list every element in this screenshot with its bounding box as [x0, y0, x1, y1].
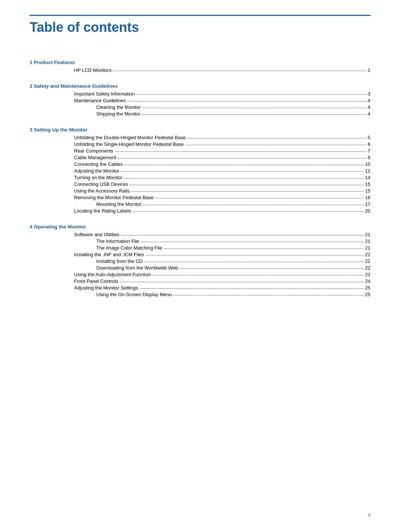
toc-entry: The Image Color Matching File21: [30, 245, 370, 251]
toc-entry: Unfolding the Single-Hinged Monitor Pede…: [30, 141, 370, 147]
entry-text: Removing the Monitor Pedestal Base: [74, 195, 154, 200]
toc-entry: Installing from the CD22: [30, 258, 370, 264]
entry-page-number: 21: [365, 232, 370, 237]
entry-text: HP LCD Monitors: [74, 67, 111, 73]
toc-entry: Front Panel Controls24: [30, 278, 370, 284]
entry-dots: [180, 268, 364, 269]
entry-page-number: 16: [365, 195, 370, 200]
entry-dots: [155, 198, 364, 198]
entry-dots: [164, 248, 364, 249]
entry-dots: [131, 191, 363, 192]
entry-page-number: 22: [365, 272, 370, 277]
section-2: 2 Safety and Maintenance GuidelinesImpor…: [30, 83, 370, 117]
entry-text: The Information File: [96, 238, 139, 244]
toc-entry: Removing the Monitor Pedestal Base16: [30, 195, 370, 200]
entry-dots: [113, 71, 366, 71]
entry-text: Important Safety Information: [74, 91, 135, 97]
entry-dots: [124, 178, 363, 178]
toc-entry: Using the Auto-Adjustment Function22: [30, 272, 370, 277]
section-1: 1 Product FeaturesHP LCD Monitors1: [30, 60, 370, 73]
entry-dots: [136, 94, 366, 95]
entry-page-number: 21: [365, 245, 370, 251]
entry-page-number: 17: [365, 201, 370, 207]
entry-text: Unfolding the Double-Hinged Monitor Pede…: [74, 135, 186, 140]
toc-entry: Adjusting the Monitor12: [30, 168, 370, 174]
entry-dots: [121, 171, 363, 172]
entry-page-number: 7: [368, 148, 370, 154]
entry-page-number: 9: [368, 155, 370, 160]
entry-page-number: 25: [365, 292, 370, 297]
entry-page-number: 15: [365, 188, 370, 194]
entry-dots: [140, 288, 364, 289]
entry-page-number: 25: [365, 285, 370, 291]
toc-entry: Connecting USB Devices15: [30, 181, 370, 187]
toc-entry: Cleaning the Monitor4: [30, 104, 370, 110]
section-4: 4 Operating the MonitorSoftware and Util…: [30, 224, 370, 297]
entry-dots: [142, 114, 366, 115]
entry-dots: [121, 235, 363, 235]
entry-dots: [130, 185, 364, 185]
entry-text: Cable Management: [74, 155, 116, 160]
entry-page-number: 6: [368, 141, 370, 147]
toc-entry: Rear Components7: [30, 148, 370, 154]
toc-entry: Turning on the Monitor14: [30, 175, 370, 180]
entry-dots: [146, 255, 364, 255]
entry-text: Installing the .INF and .ICM Files: [74, 252, 144, 257]
entry-page-number: 22: [365, 258, 370, 264]
entry-text: Turning on the Monitor: [74, 175, 122, 180]
entry-text: Software and Utilities: [74, 232, 119, 237]
entry-text: Cleaning the Monitor: [96, 104, 141, 110]
entry-dots: [185, 145, 366, 145]
toc-entry: Using the Accessory Rails15: [30, 188, 370, 194]
toc-entry: Shipping the Monitor4: [30, 111, 370, 117]
entry-text: The Image Color Matching File: [96, 245, 162, 251]
section-heading-4: 4 Operating the Monitor: [30, 224, 370, 230]
entry-text: Connecting the Cables: [74, 161, 123, 167]
entry-text: Installing from the CD: [96, 258, 143, 264]
entry-dots: [117, 158, 366, 158]
entry-text: Mounting the Monitor: [96, 201, 141, 207]
entry-dots: [115, 151, 366, 152]
entry-dots: [143, 205, 363, 205]
entry-text: Rear Components: [74, 148, 113, 154]
entry-page-number: 22: [365, 252, 370, 257]
entry-page-number: 20: [365, 208, 370, 214]
toc-entry: Important Safety Information3: [30, 91, 370, 97]
entry-text: Downloading from the Worldwide Web: [96, 265, 178, 271]
toc-entry: Connecting the Cables10: [30, 161, 370, 167]
header-rule: [30, 15, 370, 16]
entry-page-number: 12: [365, 168, 370, 174]
entry-page-number: 15: [365, 181, 370, 187]
section-3: 3 Setting Up the MonitorUnfolding the Do…: [30, 127, 370, 214]
page-title: Table of contents: [30, 20, 370, 37]
toc-entry: Locating the Rating Labels20: [30, 208, 370, 214]
entry-text: Unfolding the Single-Hinged Monitor Pede…: [74, 141, 184, 147]
entry-dots: [124, 165, 364, 165]
entry-text: Front Panel Controls: [74, 278, 118, 284]
entry-text: Adjusting the Monitor Settings: [74, 285, 138, 291]
entry-page-number: 4: [368, 111, 370, 117]
toc-entry: Unfolding the Double-Hinged Monitor Pede…: [30, 135, 370, 140]
section-heading-1: 1 Product Features: [30, 60, 370, 65]
toc-entry: Maintenance Guidelines4: [30, 98, 370, 103]
entry-text: Maintenance Guidelines: [74, 98, 126, 103]
entry-page-number: 4: [368, 98, 370, 103]
entry-dots: [187, 138, 366, 138]
toc-entry: HP LCD Monitors1: [30, 67, 370, 73]
toc-entry: Software and Utilities21: [30, 232, 370, 237]
entry-text: Locating the Rating Labels: [74, 208, 131, 214]
toc-entry: Adjusting the Monitor Settings25: [30, 285, 370, 291]
entry-dots: [152, 275, 363, 275]
toc-entry: Mounting the Monitor17: [30, 201, 370, 207]
entry-page-number: 3: [368, 91, 370, 97]
entry-dots: [133, 211, 364, 212]
entry-dots: [142, 108, 366, 108]
entry-text: Using the Auto-Adjustment Function: [74, 272, 151, 277]
entry-text: Shipping the Monitor: [96, 111, 140, 117]
toc-entry: The Information File21: [30, 238, 370, 244]
entry-text: Adjusting the Monitor: [74, 168, 119, 174]
toc-entry: Cable Management9: [30, 155, 370, 160]
entry-page-number: 21: [365, 238, 370, 244]
entry-page-number: 4: [368, 104, 370, 110]
entry-page-number: 1: [368, 67, 370, 73]
